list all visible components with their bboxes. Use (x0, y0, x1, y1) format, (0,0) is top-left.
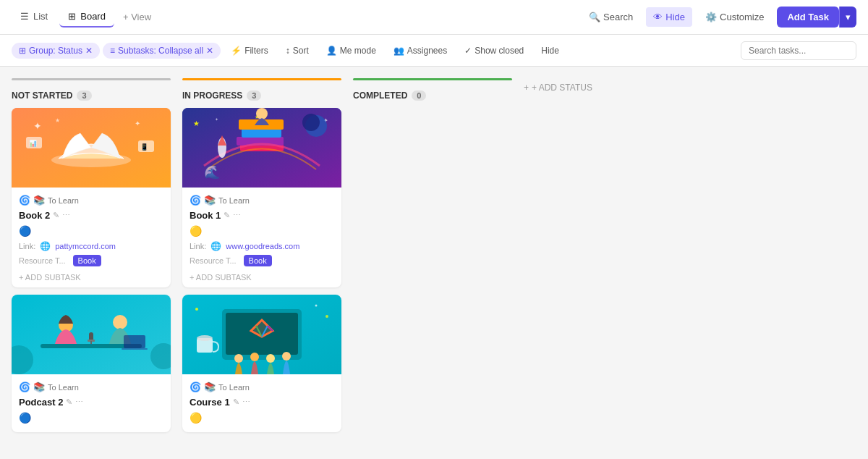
filter-icon: ⚡ (231, 46, 242, 56)
toolbar: ⊞ Group: Status ✕ ≡ Subtasks: Collapse a… (0, 35, 868, 67)
add-view-button[interactable]: + View (117, 7, 157, 27)
plus-icon: + (524, 83, 529, 93)
show-closed-button[interactable]: ✓ Show closed (457, 42, 531, 59)
nav-right: 🔍 Search 👁 Hide ⚙️ Customize Add Task ▾ (582, 7, 856, 28)
board-icon: ⊞ (68, 11, 76, 22)
resource-label: Resource T... (19, 256, 66, 265)
assignees-button[interactable]: 👥 Assignees (386, 42, 454, 59)
card-book2-title: Book 2 (19, 210, 50, 221)
hide-label: Hide (665, 12, 685, 22)
svg-text:✦: ✦ (135, 119, 140, 127)
card-book2[interactable]: ✦ ✦ ★ 📊 📱 🌀 📚 To Learn Book 2 ✎ ⋯ (12, 108, 171, 287)
add-subtask-book2[interactable]: + ADD SUBTASK (19, 270, 163, 283)
svg-point-12 (113, 315, 127, 329)
in-progress-label: IN PROGRESS (182, 90, 242, 101)
svg-point-29 (256, 108, 268, 119)
hide-button[interactable]: 👁 Hide (646, 7, 692, 27)
column-header-in-progress: IN PROGRESS 3 (182, 86, 341, 108)
svg-text:📊: 📊 (29, 139, 38, 148)
card-podcast2[interactable]: 🌀 📚 To Learn Podcast 2 ✎ ⋯ 🔵 (12, 295, 171, 432)
close-icon-2[interactable]: ✕ (206, 46, 213, 56)
add-task-dropdown-button[interactable]: ▾ (839, 7, 856, 28)
resource-label-b1: Resource T... (190, 256, 237, 265)
svg-point-50 (195, 308, 198, 311)
meta-text-c1: To Learn (218, 383, 250, 392)
link-label: Link: (19, 242, 35, 250)
edit-icon-c1[interactable]: ✎ (233, 397, 239, 407)
more-icon-c1[interactable]: ⋯ (242, 397, 250, 407)
hide-toolbar-button[interactable]: Hide (534, 42, 566, 59)
svg-rect-16 (122, 348, 148, 350)
check-icon: ✓ (464, 46, 472, 56)
add-view-label: + View (123, 12, 151, 22)
svg-text:★: ★ (55, 117, 60, 124)
completed-count: 0 (412, 90, 426, 101)
sort-label: Sort (293, 46, 309, 56)
search-button[interactable]: 🔍 Search (582, 7, 640, 27)
more-icon[interactable]: ⋯ (62, 211, 70, 220)
edit-icon-p[interactable]: ✎ (66, 397, 72, 407)
card-image-podcast2 (12, 295, 171, 374)
card-book2-flag: 🔵 (19, 225, 163, 237)
tab-list-label: List (33, 11, 48, 22)
subtasks-icon: ≡ (110, 46, 115, 56)
add-status-button[interactable]: + + ADD STATUS (524, 78, 639, 93)
card-book2-resource: Resource T... Book (19, 255, 163, 266)
column-in-progress: IN PROGRESS 3 ★ ✦ ★ ✦ (182, 78, 341, 439)
meta-icon-c1-2: 📚 (204, 382, 216, 392)
card-book1[interactable]: ★ ✦ ★ ✦ 🌊 (182, 108, 341, 287)
close-icon[interactable]: ✕ (85, 46, 93, 56)
column-header-completed: COMPLETED 0 (353, 86, 512, 108)
svg-point-51 (326, 315, 328, 318)
show-closed-label: Show closed (475, 46, 524, 56)
edit-icon[interactable]: ✎ (53, 211, 59, 220)
card-podcast2-meta: 🌀 📚 To Learn (19, 382, 163, 392)
meta-icon-b1: 🌀 (190, 195, 201, 206)
meta-icon-p: 🌀 (19, 382, 30, 392)
card-book1-link: Link: 🌐 www.goodreads.com (190, 241, 334, 251)
add-task-button[interactable]: Add Task (777, 7, 839, 28)
card-book1-title: Book 1 (190, 210, 221, 221)
card-book2-title-row: Book 2 ✎ ⋯ (19, 210, 163, 221)
gear-icon: ⚙️ (705, 12, 717, 22)
tab-list[interactable]: ☰ List (12, 7, 56, 28)
card-course1-title: Course 1 (190, 397, 230, 408)
column-not-started: NOT STARTED 3 (12, 78, 171, 439)
card-podcast2-flag: 🔵 (19, 412, 163, 424)
svg-text:✦: ✦ (215, 117, 218, 122)
card-course1[interactable]: 🌀 📚 To Learn Course 1 ✎ ⋯ 🟡 (182, 295, 341, 432)
card-book1-title-row: Book 1 ✎ ⋯ (190, 210, 334, 221)
top-nav: ☰ List ⊞ Board + View 🔍 Search 👁 Hide ⚙️… (0, 0, 868, 35)
svg-rect-15 (124, 335, 145, 348)
card-podcast2-body: 🌀 📚 To Learn Podcast 2 ✎ ⋯ 🔵 (12, 374, 171, 432)
assignees-label: Assignees (407, 46, 447, 56)
link-label-b1: Link: (190, 242, 206, 250)
meta-text-b1: To Learn (218, 196, 250, 205)
sort-button[interactable]: ↕ Sort (278, 42, 316, 59)
resource-tag: Book (73, 255, 101, 266)
card-book2-link: Link: 🌐 pattymccord.com (19, 241, 163, 251)
card-podcast2-title: Podcast 2 (19, 397, 63, 408)
link-url-b1[interactable]: www.goodreads.com (226, 242, 299, 250)
link-url[interactable]: pattymccord.com (55, 242, 116, 250)
card-course1-title-row: Course 1 ✎ ⋯ (190, 397, 334, 408)
not-started-label: NOT STARTED (12, 90, 72, 101)
svg-text:★: ★ (193, 119, 200, 127)
column-header-not-started: NOT STARTED 3 (12, 86, 171, 108)
me-mode-button[interactable]: 👤 Me mode (319, 42, 383, 59)
customize-button[interactable]: ⚙️ Customize (698, 7, 771, 27)
search-input[interactable] (741, 41, 856, 60)
filters-button[interactable]: ⚡ Filters (224, 42, 276, 59)
more-icon-p[interactable]: ⋯ (75, 397, 83, 407)
subtasks-pill[interactable]: ≡ Subtasks: Collapse all ✕ (103, 43, 221, 59)
svg-text:🌊: 🌊 (204, 164, 221, 180)
meta-icon-2: 📚 (33, 195, 45, 206)
eye-icon: 👁 (653, 12, 663, 22)
tab-board[interactable]: ⊞ Board (59, 7, 114, 28)
column-completed: COMPLETED 0 (353, 78, 512, 108)
add-subtask-book1[interactable]: + ADD SUBTASK (190, 270, 334, 283)
subtasks-label: Subtasks: Collapse all (118, 46, 203, 56)
group-status-pill[interactable]: ⊞ Group: Status ✕ (12, 43, 100, 59)
edit-icon-b1[interactable]: ✎ (224, 211, 230, 220)
more-icon-b1[interactable]: ⋯ (233, 211, 241, 220)
